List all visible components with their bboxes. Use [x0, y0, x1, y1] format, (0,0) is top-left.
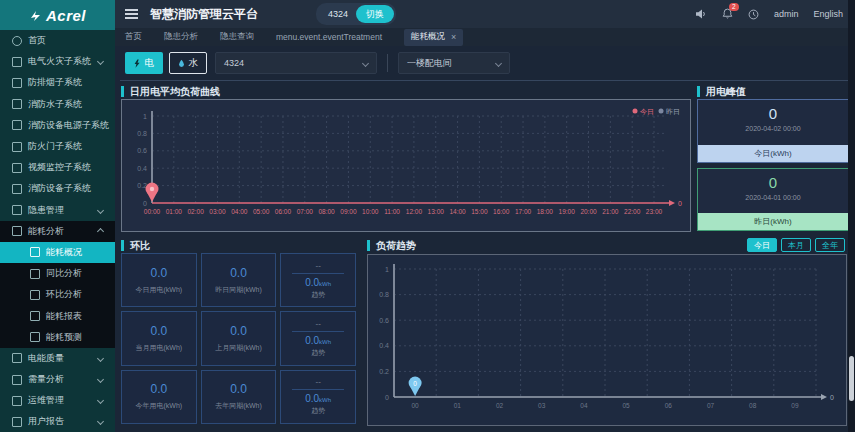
sidebar-item-label: 能耗分析: [28, 225, 64, 238]
tab-3[interactable]: menu.event.eventTreatment: [276, 32, 382, 42]
svg-text:01: 01: [454, 402, 462, 409]
svg-text:22:00: 22:00: [624, 208, 641, 215]
fire-equipment-icon: [12, 184, 22, 194]
close-icon[interactable]: ×: [451, 33, 456, 42]
sidebar-item-label: 隐患管理: [28, 204, 64, 217]
trend-unit: kWh: [319, 397, 331, 403]
sidebar-item-equipment-power[interactable]: 消防设备电源子系统: [0, 115, 115, 136]
sidebar-item-power-quality[interactable]: 电能质量: [0, 348, 115, 369]
room-select-value: 一楼配电间: [407, 57, 452, 70]
svg-text:16:00: 16:00: [493, 208, 510, 215]
tab-4[interactable]: 能耗概况×: [404, 29, 463, 46]
notification-bell[interactable]: 2: [722, 8, 733, 21]
station-id: 4324: [328, 9, 348, 19]
stat-value: 0.0: [150, 324, 167, 338]
huanbi-cell-6: 0.0今年用电(kWh): [121, 370, 197, 424]
sidebar-item-energy-overview[interactable]: 能耗概况: [0, 242, 115, 263]
divider: [292, 389, 344, 390]
legend-dot[interactable]: [659, 109, 664, 114]
sidebar-item-energy-forecast[interactable]: 能耗预测: [0, 327, 115, 348]
legend-dot[interactable]: [633, 109, 638, 114]
divider: [292, 331, 344, 332]
load-curve-chart-box: 00.20.40.60.8100:0001:0002:0003:0004:000…: [121, 99, 691, 232]
electric-filter-label: 电: [144, 57, 154, 70]
sidebar-item-yoy-analysis[interactable]: 同比分析: [0, 263, 115, 284]
yoy-analysis-icon: [30, 269, 40, 279]
stat-label: 去年同期(kWh): [215, 401, 262, 411]
sidebar-item-home[interactable]: 首页: [0, 30, 115, 51]
svg-text:02: 02: [496, 402, 504, 409]
trend-unit: kWh: [319, 339, 331, 345]
stat-label: 今日用电(kWh): [135, 285, 182, 295]
speaker-icon[interactable]: [695, 9, 707, 19]
sidebar-item-fire-equipment[interactable]: 消防设备子系统: [0, 178, 115, 199]
svg-text:0.6: 0.6: [379, 317, 389, 324]
fire-water-icon: [12, 99, 22, 109]
water-drop-icon: [178, 58, 185, 69]
tabbar: 首页隐患分析隐患查询menu.event.eventTreatment能耗概况×: [115, 28, 855, 46]
huanbi-cell-5: --0.0kWh趋势: [280, 311, 356, 365]
legend-label[interactable]: 昨日: [666, 108, 680, 116]
sidebar-item-electrical-fire[interactable]: 电气火灾子系统: [0, 51, 115, 72]
tab-2[interactable]: 隐患查询: [220, 31, 254, 43]
sidebar-item-label: 电气火灾子系统: [28, 55, 91, 68]
room-select[interactable]: 一楼配电间: [398, 52, 510, 74]
sidebar-item-hazard-management[interactable]: 隐患管理: [0, 200, 115, 221]
water-filter-button[interactable]: 水: [169, 52, 207, 74]
legend-label[interactable]: 今日: [640, 108, 654, 116]
top-header: 智慧消防管理云平台 4324 切换 2 admin English: [115, 0, 855, 28]
energy-report-icon: [30, 311, 40, 321]
sidebar-item-fire-door[interactable]: 防火门子系统: [0, 136, 115, 157]
menu-collapse-icon[interactable]: [125, 9, 138, 11]
sidebar-item-fire-water[interactable]: 消防水子系统: [0, 94, 115, 115]
sidebar-item-video-monitor[interactable]: 视频监控子系统: [0, 157, 115, 178]
hazard-management-icon: [12, 205, 22, 215]
svg-text:0.8: 0.8: [137, 130, 147, 137]
sidebar-item-energy-report[interactable]: 能耗报表: [0, 305, 115, 326]
chevron-down-icon: [362, 59, 369, 66]
trend-range-button-2[interactable]: 全年: [815, 238, 845, 252]
sidebar-item-ops-management[interactable]: 运维管理: [0, 390, 115, 411]
svg-text:06: 06: [665, 402, 673, 409]
svg-text:0.8: 0.8: [379, 291, 389, 298]
clock-icon[interactable]: [748, 9, 759, 20]
electric-filter-button[interactable]: 电: [125, 52, 163, 74]
sidebar-item-smoke-control[interactable]: 防排烟子系统: [0, 72, 115, 93]
scrollbar-thumb[interactable]: [849, 356, 854, 401]
scrollbar-track[interactable]: [848, 0, 855, 432]
sidebar-item-energy-analysis[interactable]: 能耗分析: [0, 221, 115, 242]
stat-value: 0.0: [150, 382, 167, 396]
svg-text:05:00: 05:00: [253, 208, 270, 215]
sidebar-item-demand-analysis[interactable]: 需量分析: [0, 369, 115, 390]
language-switch[interactable]: English: [813, 9, 843, 19]
peak-title: 用电峰值: [697, 86, 746, 97]
svg-text:07: 07: [707, 402, 715, 409]
stat-value: 0.0: [150, 266, 167, 280]
station-select[interactable]: 4324: [215, 52, 377, 74]
trend-range-buttons: 今日本月全年: [747, 238, 845, 252]
svg-text:0.4: 0.4: [379, 342, 389, 349]
page-title: 智慧消防管理云平台: [150, 6, 258, 23]
svg-text:10:00: 10:00: [362, 208, 379, 215]
trend-range-button-0[interactable]: 今日: [747, 238, 777, 252]
tab-1[interactable]: 隐患分析: [164, 31, 198, 43]
chevron-up-icon: [97, 228, 104, 235]
svg-text:0: 0: [678, 200, 682, 207]
svg-text:21:00: 21:00: [602, 208, 619, 215]
sidebar-menu: 首页电气火灾子系统防排烟子系统消防水子系统消防设备电源子系统防火门子系统视频监控…: [0, 30, 115, 432]
user-menu[interactable]: admin: [774, 9, 799, 19]
peak-card-today: 0 2020-04-02 00:00 今日(kWh): [697, 99, 849, 163]
sidebar-item-label: 需量分析: [28, 373, 64, 386]
sidebar-item-user-report[interactable]: 用户报告: [0, 411, 115, 432]
sidebar-item-label: 防火门子系统: [28, 140, 82, 153]
chevron-down-icon: [97, 207, 104, 214]
trend-range-button-1[interactable]: 本月: [781, 238, 811, 252]
peak-value-yesterday: 0: [698, 174, 848, 191]
tab-label: menu.event.eventTreatment: [276, 32, 382, 42]
sidebar-item-mom-analysis[interactable]: 环比分析: [0, 284, 115, 305]
tab-0[interactable]: 首页: [125, 31, 142, 43]
peak-date-today: 2020-04-02 00:00: [698, 125, 848, 132]
sidebar-item-label: 同比分析: [46, 267, 82, 280]
switch-button[interactable]: 切换: [356, 5, 394, 23]
sidebar-item-label: 消防设备子系统: [28, 182, 91, 195]
